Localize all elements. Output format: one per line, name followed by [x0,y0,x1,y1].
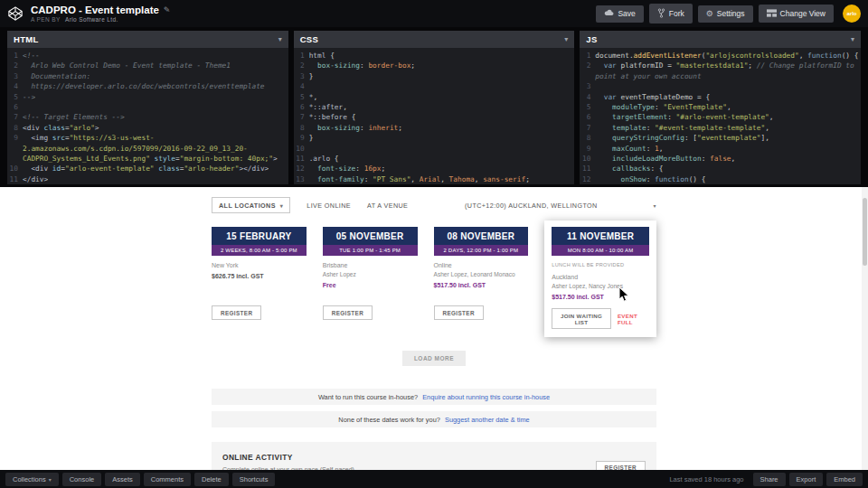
event-date: 05 NOVEMBER [323,227,418,245]
event-date: 08 NOVEMBER [434,227,529,245]
inhouse-banner: Want to run this course in-house? Enquir… [212,389,656,405]
save-button[interactable]: Save [596,5,643,23]
inhouse-banner-text: Want to run this course in-house? [318,393,418,401]
event-card-4-featured: 11 NOVEMBER MON 8:00 AM - 10:00 AM LUNCH… [544,221,656,337]
event-price: $626.75 incl. GST [212,273,307,279]
cloud-save-icon [604,9,614,18]
collections-label: Collections [13,475,46,483]
save-label: Save [618,9,635,18]
export-button[interactable]: Export [789,473,824,486]
editor-js: JS ▾ 1document.addEventListener("arlojsc… [580,31,861,184]
online-activity-subtitle: Complete online at your own pace (Self-p… [222,466,354,470]
event-presenters: Asher Lopez, Leonard Monaco [434,271,529,277]
preview-pane: ALL LOCATIONS ▾ LIVE ONLINE AT A VENUE (… [0,187,868,470]
codepen-editor-app: CADPRO - Event template ✎ A PEN BY Arlo … [0,0,868,488]
suggest-banner-text: None of these dates work for you? [338,416,440,424]
comments-button[interactable]: Comments [144,473,191,486]
fork-button[interactable]: Fork [649,4,693,23]
live-online-filter[interactable]: LIVE ONLINE [307,202,351,210]
fork-label: Fork [669,9,684,18]
register-button[interactable]: REGISTER [434,305,484,320]
timezone-label: (UTC+12:00) AUCKLAND, WELLINGTON [465,202,598,210]
event-price: Free [323,282,418,288]
byline-prefix: A PEN BY [31,16,61,23]
collections-button[interactable]: Collections ▾ [5,473,59,486]
shortcuts-button[interactable]: Shortcuts [232,473,276,486]
editor-html-title: HTML [14,34,39,44]
event-time: MON 8:00 AM - 10:00 AM [552,245,649,256]
event-cards: 15 FEBRUARY 2 WEEKS, 8:00 AM - 5:00 PM N… [212,227,656,337]
filter-bar: ALL LOCATIONS ▾ LIVE ONLINE AT A VENUE (… [212,197,656,213]
avatar[interactable]: arlo [843,5,861,23]
gear-icon: ⚙ [706,10,713,18]
codepen-logo-icon[interactable] [7,5,24,22]
event-presenters: Asher Lopez, Nancy Jones [552,283,649,289]
register-button[interactable]: REGISTER [596,461,646,471]
change-view-button[interactable]: Change View [759,5,834,23]
bottom-toolbar: Collections ▾ Console Assets Comments De… [0,470,868,488]
edit-pencil-icon[interactable]: ✎ [164,5,171,14]
chevron-down-icon[interactable]: ▾ [564,35,568,43]
preview-scrollbar[interactable] [862,187,868,470]
editor-js-title: JS [586,34,597,44]
editor-css-code[interactable]: 1html {2 box-sizing: border-box;3}45*,6*… [294,48,575,184]
share-button[interactable]: Share [753,473,786,486]
chevron-down-icon[interactable]: ▾ [278,35,282,43]
event-location: Auckland [552,274,649,280]
code-editors: HTML ▾ 1<!--2 Arlo Web Control Demo - Ev… [0,27,868,187]
suggest-banner: None of these dates work for you? Sugges… [212,411,656,427]
event-time: TUE 1:00 PM - 1:45 PM [323,245,418,256]
fork-icon [657,8,665,20]
top-header: CADPRO - Event template ✎ A PEN BY Arlo … [0,0,868,27]
embed-button[interactable]: Embed [826,473,863,486]
load-more-row: LOAD MORE [212,348,656,366]
event-location: Online [434,262,529,268]
event-date: 15 FEBRUARY [212,227,307,245]
event-card-3: 08 NOVEMBER 2 DAYS, 12:00 PM - 1:00 PM O… [434,227,529,320]
assets-button[interactable]: Assets [105,473,140,486]
topbar-actions: Save Fork ⚙ Settings Change Vie [596,4,861,23]
editor-js-code[interactable]: 1document.addEventListener("arlojscontro… [580,48,861,184]
event-card-2: 05 NOVEMBER TUE 1:00 PM - 1:45 PM Brisba… [323,227,418,320]
register-button[interactable]: REGISTER [212,305,261,320]
register-button[interactable]: REGISTER [323,305,373,320]
editor-js-header[interactable]: JS ▾ [580,31,861,48]
join-waiting-list-button[interactable]: JOIN WAITING LIST [552,308,611,329]
online-activity-title: ONLINE ACTIVITY [222,453,354,462]
timezone-select[interactable]: (UTC+12:00) AUCKLAND, WELLINGTON ▾ [465,202,656,210]
event-note: LUNCH WILL BE PROVIDED [552,262,649,267]
settings-label: Settings [717,9,745,18]
pen-title-block: CADPRO - Event template ✎ A PEN BY Arlo … [31,5,170,23]
console-button[interactable]: Console [62,473,102,486]
chevron-down-icon: ▾ [49,476,52,483]
chevron-down-icon[interactable]: ▾ [851,35,854,43]
settings-button[interactable]: ⚙ Settings [698,5,753,23]
event-time: 2 DAYS, 12:00 PM - 1:00 PM [434,245,529,256]
event-time: 2 WEEKS, 8:00 AM - 5:00 PM [212,245,307,256]
all-locations-filter[interactable]: ALL LOCATIONS ▾ [212,197,290,213]
editor-css: CSS ▾ 1html {2 box-sizing: border-box;3}… [294,31,575,184]
editor-html: HTML ▾ 1<!--2 Arlo Web Control Demo - Ev… [7,31,288,184]
last-saved-status: Last saved 18 hours ago [669,475,743,483]
event-card-1: 15 FEBRUARY 2 WEEKS, 8:00 AM - 5:00 PM N… [212,227,307,320]
editor-css-header[interactable]: CSS ▾ [294,31,575,48]
event-date: 11 NOVEMBER [552,227,649,245]
event-location: New York [212,262,307,268]
editor-html-code[interactable]: 1<!--2 Arlo Web Control Demo - Event tem… [7,48,288,184]
all-locations-label: ALL LOCATIONS [219,202,276,210]
editor-css-title: CSS [300,34,318,44]
at-a-venue-filter[interactable]: AT A VENUE [367,202,408,210]
suggest-date-link[interactable]: Suggest another date & time [445,416,530,424]
pen-author-link[interactable]: Arlo Software Ltd. [65,16,118,23]
scrollbar-thumb[interactable] [863,198,867,266]
event-price: $517.50 incl. GST [434,282,529,288]
editor-html-header[interactable]: HTML ▾ [7,31,288,48]
online-activity-section: ONLINE ACTIVITY Complete online at your … [212,442,656,470]
event-location: Brisbane [323,262,418,268]
delete-button[interactable]: Delete [194,473,229,486]
layout-view-icon [767,9,777,19]
load-more-button[interactable]: LOAD MORE [402,351,466,366]
chevron-down-icon: ▾ [654,202,656,209]
event-price: $517.50 incl. GST [552,294,649,300]
inhouse-enquire-link[interactable]: Enquire about running this course in-hou… [422,393,550,401]
